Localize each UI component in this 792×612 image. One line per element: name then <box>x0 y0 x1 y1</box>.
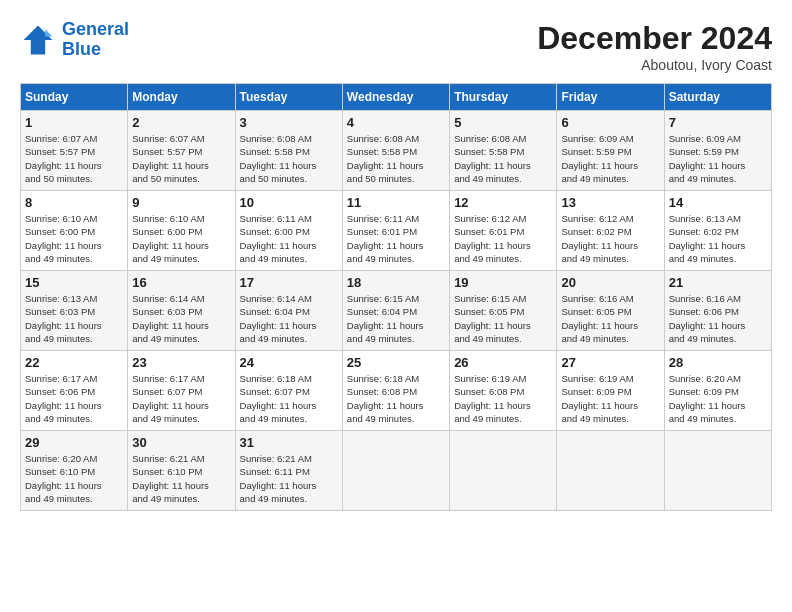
day-number: 15 <box>25 275 123 290</box>
column-header-friday: Friday <box>557 84 664 111</box>
logo: General Blue <box>20 20 129 60</box>
day-info: Sunrise: 6:15 AMSunset: 6:05 PMDaylight:… <box>454 292 552 345</box>
day-number: 23 <box>132 355 230 370</box>
calendar-cell: 12Sunrise: 6:12 AMSunset: 6:01 PMDayligh… <box>450 191 557 271</box>
page-header: General Blue December 2024 Aboutou, Ivor… <box>20 20 772 73</box>
calendar-header-row: SundayMondayTuesdayWednesdayThursdayFrid… <box>21 84 772 111</box>
calendar-cell: 28Sunrise: 6:20 AMSunset: 6:09 PMDayligh… <box>664 351 771 431</box>
day-info: Sunrise: 6:08 AMSunset: 5:58 PMDaylight:… <box>454 132 552 185</box>
calendar-cell: 30Sunrise: 6:21 AMSunset: 6:10 PMDayligh… <box>128 431 235 511</box>
day-info: Sunrise: 6:07 AMSunset: 5:57 PMDaylight:… <box>25 132 123 185</box>
day-info: Sunrise: 6:13 AMSunset: 6:03 PMDaylight:… <box>25 292 123 345</box>
day-info: Sunrise: 6:11 AMSunset: 6:00 PMDaylight:… <box>240 212 338 265</box>
day-info: Sunrise: 6:18 AMSunset: 6:07 PMDaylight:… <box>240 372 338 425</box>
column-header-thursday: Thursday <box>450 84 557 111</box>
calendar-cell: 27Sunrise: 6:19 AMSunset: 6:09 PMDayligh… <box>557 351 664 431</box>
day-info: Sunrise: 6:21 AMSunset: 6:10 PMDaylight:… <box>132 452 230 505</box>
day-number: 7 <box>669 115 767 130</box>
calendar-body: 1Sunrise: 6:07 AMSunset: 5:57 PMDaylight… <box>21 111 772 511</box>
week-row-5: 29Sunrise: 6:20 AMSunset: 6:10 PMDayligh… <box>21 431 772 511</box>
day-info: Sunrise: 6:10 AMSunset: 6:00 PMDaylight:… <box>132 212 230 265</box>
day-number: 17 <box>240 275 338 290</box>
day-number: 4 <box>347 115 445 130</box>
day-info: Sunrise: 6:08 AMSunset: 5:58 PMDaylight:… <box>240 132 338 185</box>
calendar-cell: 8Sunrise: 6:10 AMSunset: 6:00 PMDaylight… <box>21 191 128 271</box>
calendar-cell <box>557 431 664 511</box>
day-number: 11 <box>347 195 445 210</box>
calendar-cell <box>342 431 449 511</box>
day-info: Sunrise: 6:19 AMSunset: 6:08 PMDaylight:… <box>454 372 552 425</box>
day-info: Sunrise: 6:15 AMSunset: 6:04 PMDaylight:… <box>347 292 445 345</box>
day-info: Sunrise: 6:10 AMSunset: 6:00 PMDaylight:… <box>25 212 123 265</box>
day-info: Sunrise: 6:07 AMSunset: 5:57 PMDaylight:… <box>132 132 230 185</box>
logo-line2: Blue <box>62 39 101 59</box>
day-info: Sunrise: 6:12 AMSunset: 6:02 PMDaylight:… <box>561 212 659 265</box>
day-number: 2 <box>132 115 230 130</box>
day-info: Sunrise: 6:21 AMSunset: 6:11 PMDaylight:… <box>240 452 338 505</box>
column-header-tuesday: Tuesday <box>235 84 342 111</box>
location-subtitle: Aboutou, Ivory Coast <box>537 57 772 73</box>
day-info: Sunrise: 6:09 AMSunset: 5:59 PMDaylight:… <box>561 132 659 185</box>
calendar-cell: 22Sunrise: 6:17 AMSunset: 6:06 PMDayligh… <box>21 351 128 431</box>
calendar-cell: 25Sunrise: 6:18 AMSunset: 6:08 PMDayligh… <box>342 351 449 431</box>
day-number: 9 <box>132 195 230 210</box>
calendar-cell: 13Sunrise: 6:12 AMSunset: 6:02 PMDayligh… <box>557 191 664 271</box>
day-info: Sunrise: 6:16 AMSunset: 6:06 PMDaylight:… <box>669 292 767 345</box>
calendar-cell: 26Sunrise: 6:19 AMSunset: 6:08 PMDayligh… <box>450 351 557 431</box>
week-row-1: 1Sunrise: 6:07 AMSunset: 5:57 PMDaylight… <box>21 111 772 191</box>
day-info: Sunrise: 6:11 AMSunset: 6:01 PMDaylight:… <box>347 212 445 265</box>
day-number: 29 <box>25 435 123 450</box>
column-header-wednesday: Wednesday <box>342 84 449 111</box>
day-number: 19 <box>454 275 552 290</box>
day-number: 30 <box>132 435 230 450</box>
day-number: 3 <box>240 115 338 130</box>
calendar-cell: 21Sunrise: 6:16 AMSunset: 6:06 PMDayligh… <box>664 271 771 351</box>
month-title: December 2024 <box>537 20 772 57</box>
calendar-cell: 20Sunrise: 6:16 AMSunset: 6:05 PMDayligh… <box>557 271 664 351</box>
day-number: 14 <box>669 195 767 210</box>
day-info: Sunrise: 6:17 AMSunset: 6:06 PMDaylight:… <box>25 372 123 425</box>
logo-icon <box>20 22 56 58</box>
calendar-cell: 1Sunrise: 6:07 AMSunset: 5:57 PMDaylight… <box>21 111 128 191</box>
title-block: December 2024 Aboutou, Ivory Coast <box>537 20 772 73</box>
calendar-cell: 24Sunrise: 6:18 AMSunset: 6:07 PMDayligh… <box>235 351 342 431</box>
calendar-cell: 17Sunrise: 6:14 AMSunset: 6:04 PMDayligh… <box>235 271 342 351</box>
day-info: Sunrise: 6:18 AMSunset: 6:08 PMDaylight:… <box>347 372 445 425</box>
day-number: 16 <box>132 275 230 290</box>
day-number: 24 <box>240 355 338 370</box>
logo-line1: General <box>62 19 129 39</box>
day-info: Sunrise: 6:14 AMSunset: 6:04 PMDaylight:… <box>240 292 338 345</box>
day-number: 1 <box>25 115 123 130</box>
day-number: 25 <box>347 355 445 370</box>
calendar-cell: 31Sunrise: 6:21 AMSunset: 6:11 PMDayligh… <box>235 431 342 511</box>
calendar-cell: 5Sunrise: 6:08 AMSunset: 5:58 PMDaylight… <box>450 111 557 191</box>
calendar-cell: 18Sunrise: 6:15 AMSunset: 6:04 PMDayligh… <box>342 271 449 351</box>
day-number: 26 <box>454 355 552 370</box>
day-number: 8 <box>25 195 123 210</box>
day-number: 21 <box>669 275 767 290</box>
day-number: 20 <box>561 275 659 290</box>
column-header-sunday: Sunday <box>21 84 128 111</box>
day-number: 31 <box>240 435 338 450</box>
day-number: 13 <box>561 195 659 210</box>
calendar-cell: 3Sunrise: 6:08 AMSunset: 5:58 PMDaylight… <box>235 111 342 191</box>
day-number: 12 <box>454 195 552 210</box>
calendar-cell <box>450 431 557 511</box>
week-row-4: 22Sunrise: 6:17 AMSunset: 6:06 PMDayligh… <box>21 351 772 431</box>
calendar-cell: 23Sunrise: 6:17 AMSunset: 6:07 PMDayligh… <box>128 351 235 431</box>
day-info: Sunrise: 6:12 AMSunset: 6:01 PMDaylight:… <box>454 212 552 265</box>
day-number: 22 <box>25 355 123 370</box>
calendar-cell: 19Sunrise: 6:15 AMSunset: 6:05 PMDayligh… <box>450 271 557 351</box>
calendar-cell: 9Sunrise: 6:10 AMSunset: 6:00 PMDaylight… <box>128 191 235 271</box>
week-row-3: 15Sunrise: 6:13 AMSunset: 6:03 PMDayligh… <box>21 271 772 351</box>
column-header-saturday: Saturday <box>664 84 771 111</box>
day-info: Sunrise: 6:20 AMSunset: 6:09 PMDaylight:… <box>669 372 767 425</box>
calendar-cell: 11Sunrise: 6:11 AMSunset: 6:01 PMDayligh… <box>342 191 449 271</box>
day-number: 28 <box>669 355 767 370</box>
day-number: 18 <box>347 275 445 290</box>
day-info: Sunrise: 6:20 AMSunset: 6:10 PMDaylight:… <box>25 452 123 505</box>
calendar-cell: 2Sunrise: 6:07 AMSunset: 5:57 PMDaylight… <box>128 111 235 191</box>
day-number: 10 <box>240 195 338 210</box>
day-info: Sunrise: 6:16 AMSunset: 6:05 PMDaylight:… <box>561 292 659 345</box>
day-info: Sunrise: 6:08 AMSunset: 5:58 PMDaylight:… <box>347 132 445 185</box>
